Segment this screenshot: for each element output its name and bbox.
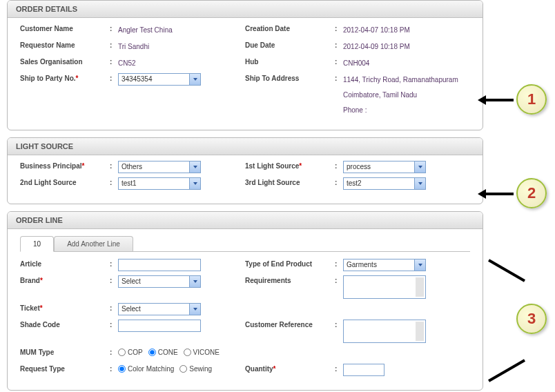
article-label: Article [20,259,110,268]
ship-addr-line1: 1144, Trichy Road, Ramanathapuram [343,75,458,86]
chevron-down-icon [189,161,200,173]
second-light-select[interactable]: test1 [118,177,201,190]
request-type-label: Request Type [20,364,110,373]
requestor-name-label: Requestor Name [20,40,110,49]
mum-vicone-radio[interactable] [184,349,191,356]
order-line-header: ORDER LINE [8,212,483,229]
chevron-down-icon [414,178,425,189]
brand-select[interactable]: Select [118,275,201,288]
callout-1: 1 [516,84,547,115]
chevron-down-icon [189,178,200,189]
ship-to-address-label: Ship To Address [245,73,335,82]
tab-add-another[interactable]: Add Another Line [54,236,133,251]
type-end-product-select[interactable]: Garments [343,259,426,271]
mum-type-group: COP CONE VICONE [118,347,220,356]
customer-name-label: Customer Name [20,23,110,32]
order-details-header: ORDER DETAILS [8,1,483,18]
article-input[interactable] [118,259,201,271]
order-line-body: 10 Add Another Line Article : Type of En… [8,229,483,390]
sales-org-label: Sales Organisation [20,57,110,66]
due-date-value: 2012-04-09 10:18 PM [343,40,410,52]
chevron-down-icon [189,74,200,85]
first-light-label: 1st Light Source* [245,161,335,170]
arrow-3b [488,359,525,382]
requirements-label: Requirements [245,275,335,284]
customer-ref-label: Customer Reference [245,320,335,329]
order-details-panel: ORDER DETAILS Customer Name : Angler Tes… [7,0,483,130]
mum-cone-radio[interactable] [148,349,156,356]
arrow-3a [488,259,525,282]
arrow-1 [485,99,514,101]
requestor-name-value: Tri Sandhi [118,40,149,52]
order-line-panel: ORDER LINE 10 Add Another Line Article :… [7,211,483,391]
chevron-down-icon [414,259,425,271]
order-details-body: Customer Name : Angler Test China Creati… [8,18,483,130]
callout-2: 2 [516,178,547,208]
tab-10[interactable]: 10 [20,236,54,252]
rt-sewing-radio[interactable] [179,365,187,373]
first-light-select[interactable]: process [343,161,426,173]
rt-color-radio[interactable] [118,365,126,373]
light-source-body: Business Principal* : Others 1st Light S… [8,155,483,204]
hub-value: CNH004 [343,57,369,69]
callout-3: 3 [516,304,547,334]
quantity-label: Quantity* [245,364,335,373]
due-date-label: Due Date [245,40,335,49]
quantity-input[interactable] [343,364,384,376]
mum-cop-radio[interactable] [118,349,126,356]
ship-to-party-label: Ship to Party No.* [20,73,110,82]
type-end-product-label: Type of End Product [245,259,335,268]
sales-org-value: CN52 [118,57,136,69]
light-source-header: LIGHT SOURCE [8,138,483,155]
second-light-label: 2nd Light Source [20,177,110,186]
ship-addr-line2: Coimbatore, Tamil Nadu [343,90,458,101]
ship-addr-line3: Phone : [343,105,458,116]
ship-to-party-select[interactable]: 34345354 [118,73,201,86]
brand-label: Brand* [20,275,110,284]
creation-date-value: 2012-04-07 10:18 PM [343,23,410,36]
business-principal-label: Business Principal* [20,161,110,170]
chevron-down-icon [189,276,200,287]
arrow-2 [485,193,514,195]
chevron-down-icon [189,304,200,315]
ticket-select[interactable]: Select [118,303,201,315]
shade-code-input[interactable] [118,320,201,332]
tab-bar: 10 Add Another Line [20,236,470,252]
third-light-select[interactable]: test2 [343,177,426,190]
business-principal-select[interactable]: Others [118,161,201,173]
request-type-group: Color Matching Sewing [118,364,212,373]
customer-ref-textarea[interactable] [343,320,426,343]
shade-code-label: Shade Code [20,320,110,329]
light-source-panel: LIGHT SOURCE Business Principal* : Other… [7,137,483,204]
mum-type-label: MUM Type [20,347,110,356]
third-light-label: 3rd Light Source [245,177,335,186]
hub-label: Hub [245,57,335,66]
customer-name-value: Angler Test China [118,23,173,36]
requirements-textarea[interactable] [343,275,426,299]
creation-date-label: Creation Date [245,23,335,32]
chevron-down-icon [414,161,425,173]
ticket-label: Ticket* [20,303,110,312]
